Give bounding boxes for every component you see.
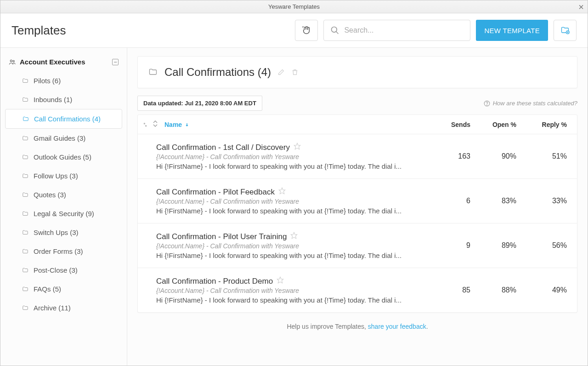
folder-label: Follow Ups (3) bbox=[34, 172, 78, 180]
window-title: Yesware Templates bbox=[268, 3, 320, 10]
reply-value: 56% bbox=[516, 241, 567, 250]
sends-value: 9 bbox=[429, 241, 470, 250]
folder-label: Inbounds (1) bbox=[34, 96, 72, 103]
star-icon[interactable] bbox=[294, 143, 301, 152]
folder-label: Gmail Guides (3) bbox=[34, 134, 85, 142]
folder-label: Pilots (6) bbox=[34, 77, 61, 85]
svg-marker-11 bbox=[291, 232, 297, 238]
star-icon[interactable] bbox=[290, 232, 298, 241]
wave-hand-icon bbox=[301, 25, 311, 35]
sidebar-folder-item[interactable]: FAQs (5) bbox=[5, 280, 122, 298]
sidebar-folder-item[interactable]: Follow Ups (3) bbox=[5, 166, 122, 185]
template-title: Call Confirmation - 1st Call / Discovery bbox=[156, 143, 290, 152]
folder-label: Quotes (3) bbox=[34, 191, 66, 199]
folder-title: Call Confirmations (4) bbox=[164, 66, 271, 79]
sort-asc-icon bbox=[185, 122, 189, 127]
data-updated-badge: Data updated: Jul 21, 2020 8:00 AM EDT bbox=[137, 96, 262, 111]
sidebar-folder-item[interactable]: Post-Close (3) bbox=[5, 261, 122, 280]
trash-icon[interactable] bbox=[291, 69, 299, 76]
sidebar-folder-item[interactable]: Archive (11) bbox=[5, 298, 122, 317]
search-input[interactable] bbox=[344, 26, 464, 34]
table-row[interactable]: Call Confirmation - Pilot User Training … bbox=[138, 223, 577, 268]
folder-icon bbox=[22, 116, 29, 122]
star-icon[interactable] bbox=[278, 187, 286, 197]
sidebar-folder-item[interactable]: Quotes (3) bbox=[5, 185, 122, 204]
reply-value: 51% bbox=[516, 152, 567, 160]
sends-value: 6 bbox=[429, 197, 470, 205]
sidebar-folder-item[interactable]: Pilots (6) bbox=[5, 71, 122, 90]
folder-plus-icon bbox=[560, 26, 570, 35]
edit-icon[interactable] bbox=[277, 69, 285, 76]
sort-icon[interactable] bbox=[153, 120, 162, 128]
svg-point-5 bbox=[10, 60, 12, 62]
folder-label: FAQs (5) bbox=[34, 285, 61, 293]
svg-point-8 bbox=[486, 105, 487, 105]
column-reply[interactable]: Reply % bbox=[516, 121, 567, 128]
folder-icon bbox=[22, 97, 29, 103]
sidebar-folder-item[interactable]: Outlook Guides (5) bbox=[5, 148, 122, 166]
template-title: Call Confirmation - Product Demo bbox=[156, 277, 273, 286]
folder-label: Outlook Guides (5) bbox=[34, 153, 91, 161]
folder-label: Call Confirmations (4) bbox=[34, 115, 101, 123]
template-subject: {!Account.Name} - Call Confirmation with… bbox=[156, 198, 429, 205]
window-titlebar: Yesware Templates × bbox=[0, 0, 588, 13]
page-title: Templates bbox=[11, 23, 66, 38]
svg-point-0 bbox=[332, 27, 337, 33]
help-icon bbox=[484, 100, 490, 107]
feedback-link[interactable]: share your feedback bbox=[368, 323, 426, 330]
svg-marker-9 bbox=[294, 143, 300, 149]
new-template-button[interactable]: NEW TEMPLATE bbox=[476, 20, 548, 41]
wave-hand-button[interactable] bbox=[295, 20, 318, 41]
close-icon[interactable]: × bbox=[578, 2, 584, 11]
svg-line-1 bbox=[336, 32, 339, 34]
team-header[interactable]: Account Executives − bbox=[5, 56, 122, 71]
folder-icon bbox=[22, 154, 29, 160]
table-row[interactable]: Call Confirmation - Product Demo {!Accou… bbox=[138, 268, 577, 312]
folder-icon bbox=[22, 78, 29, 84]
column-name[interactable]: Name bbox=[164, 121, 429, 128]
template-preview: Hi {!FirstName} - I look forward to spea… bbox=[156, 252, 429, 259]
folder-label: Switch Ups (3) bbox=[34, 229, 79, 236]
template-title: Call Confirmation - Pilot User Training bbox=[156, 232, 287, 241]
svg-marker-10 bbox=[279, 188, 285, 194]
table-row[interactable]: Call Confirmation - Pilot Feedback {!Acc… bbox=[138, 179, 577, 223]
folder-icon bbox=[22, 248, 29, 255]
templates-table: ● ● Name Sends Open % Reply % Call Confi… bbox=[137, 114, 577, 313]
collapse-icon[interactable]: − bbox=[112, 59, 119, 65]
sends-value: 85 bbox=[429, 286, 470, 294]
svg-marker-12 bbox=[277, 277, 283, 283]
sidebar-folder-item[interactable]: Order Forms (3) bbox=[5, 242, 122, 261]
sidebar: Account Executives − Pilots (6) Inbounds… bbox=[0, 48, 127, 366]
open-value: 83% bbox=[470, 197, 516, 205]
sidebar-folder-item[interactable]: Gmail Guides (3) bbox=[5, 129, 122, 148]
new-folder-button[interactable] bbox=[554, 20, 577, 41]
open-value: 89% bbox=[470, 241, 516, 250]
sidebar-folder-item[interactable]: Legal & Security (9) bbox=[5, 204, 122, 223]
template-subject: {!Account.Name} - Call Confirmation with… bbox=[156, 153, 429, 160]
open-value: 88% bbox=[470, 286, 516, 294]
folder-icon bbox=[22, 192, 29, 198]
column-open[interactable]: Open % bbox=[470, 121, 516, 128]
column-sends[interactable]: Sends bbox=[429, 121, 470, 128]
table-header: ● ● Name Sends Open % Reply % bbox=[138, 115, 577, 134]
template-preview: Hi {!FirstName} - I look forward to spea… bbox=[156, 296, 429, 304]
stats-help-link[interactable]: How are these stats calculated? bbox=[484, 100, 577, 107]
folder-icon bbox=[22, 211, 29, 217]
template-preview: Hi {!FirstName} - I look forward to spea… bbox=[156, 207, 429, 215]
search-icon bbox=[330, 26, 339, 35]
folder-icon bbox=[22, 229, 29, 236]
team-icon bbox=[9, 58, 16, 66]
table-row[interactable]: Call Confirmation - 1st Call / Discovery… bbox=[138, 134, 577, 179]
sidebar-folder-item[interactable]: Call Confirmations (4) bbox=[5, 109, 122, 129]
folder-icon bbox=[22, 173, 29, 179]
folder-icon bbox=[148, 68, 158, 77]
toolbar: Templates NEW TEMPLATE bbox=[0, 13, 588, 48]
drag-handle-icon: ● ● bbox=[143, 122, 153, 127]
folder-label: Legal & Security (9) bbox=[34, 210, 94, 217]
folder-icon bbox=[22, 267, 29, 274]
sidebar-folder-item[interactable]: Switch Ups (3) bbox=[5, 223, 122, 242]
star-icon[interactable] bbox=[277, 276, 284, 286]
reply-value: 49% bbox=[516, 286, 567, 294]
sidebar-folder-item[interactable]: Inbounds (1) bbox=[5, 90, 122, 109]
search-box[interactable] bbox=[323, 20, 470, 41]
